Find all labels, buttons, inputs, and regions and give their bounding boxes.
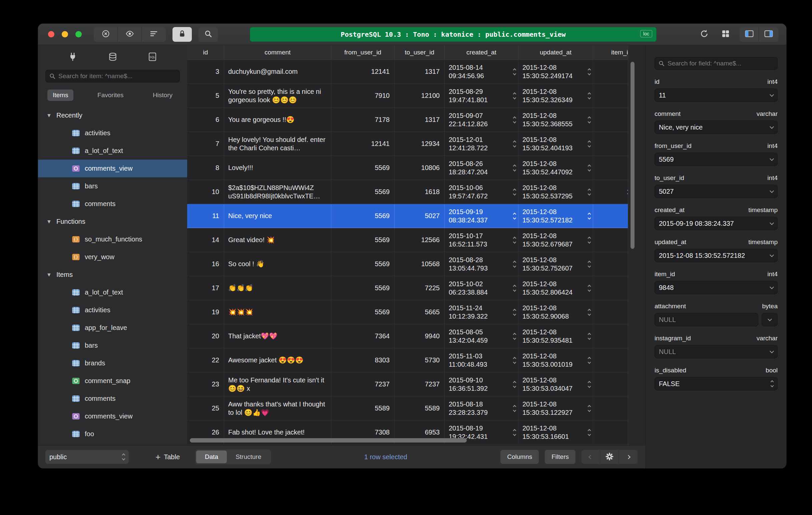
- connections-button[interactable]: [68, 52, 78, 63]
- table-row[interactable]: 7Hey lovely! You should def. enter the C…: [187, 132, 628, 156]
- timestamp-stepper-icon[interactable]: [588, 141, 590, 147]
- cell-comment[interactable]: Aww thanks that's what I thought to lol …: [224, 397, 331, 420]
- sidebar-item-bars[interactable]: bars: [38, 337, 187, 354]
- field-attachment-value[interactable]: NULL: [655, 313, 758, 326]
- cell-updated-at[interactable]: 2015-12-08 15:30:52.90068: [518, 300, 593, 324]
- timestamp-stepper-icon[interactable]: [588, 237, 590, 243]
- table-row[interactable]: 14Great video! 💥5569125662015-10-17 16:5…: [187, 228, 628, 252]
- cell-item-id[interactable]: 1321: [593, 132, 628, 156]
- sidebar-item-comments-view[interactable]: comments_view: [38, 160, 187, 177]
- table-row[interactable]: 8Lovely!!!5569108062015-08-26 18:28:47.2…: [187, 156, 628, 180]
- cell-from-user-id[interactable]: 5569: [331, 300, 395, 324]
- timestamp-stepper-icon[interactable]: [514, 285, 516, 291]
- cell-created-at[interactable]: 2015-11-03 11:00:48.493: [445, 348, 518, 372]
- sidebar-item-so-much-functions[interactable]: {}so_much_functions: [38, 231, 187, 248]
- timestamp-stepper-icon[interactable]: [514, 261, 516, 267]
- cell-comment[interactable]: Nice, very nice: [224, 204, 331, 228]
- cell-id[interactable]: 5: [187, 84, 224, 108]
- column-header-created-at[interactable]: created_at: [445, 45, 518, 59]
- timestamp-stepper-icon[interactable]: [514, 141, 516, 147]
- timestamp-stepper-icon[interactable]: [588, 333, 590, 339]
- row-settings-button[interactable]: [600, 450, 619, 464]
- table-row[interactable]: 17👏👏👏556972252015-10-02 06:23:38.8842015…: [187, 276, 628, 300]
- timestamp-stepper-icon[interactable]: [588, 285, 590, 291]
- sidebar-item-a-lot-of-text[interactable]: a_lot_of_text: [38, 142, 187, 160]
- timestamp-stepper-icon[interactable]: [514, 309, 516, 315]
- sidebar-item-brands[interactable]: brands: [38, 354, 187, 372]
- cell-id[interactable]: 20: [187, 324, 224, 348]
- cell-updated-at[interactable]: 2015-12-08 15:30:52.752607: [518, 252, 593, 276]
- sidebar-item-very-wow[interactable]: {}very_wow: [38, 248, 187, 266]
- cell-id[interactable]: 17: [187, 276, 224, 300]
- next-row-button[interactable]: [619, 450, 638, 464]
- cell-item-id[interactable]: 9848: [593, 204, 628, 228]
- table-row[interactable]: 20That jacket💖💖736499402015-08-05 13:42:…: [187, 324, 628, 348]
- add-table-button[interactable]: + Table: [155, 453, 180, 461]
- cell-comment[interactable]: $2a$10$HZLN88PNuWWi4Z uS91Ib8dR98Ijt0kbl…: [224, 180, 331, 204]
- table-row[interactable]: 3duchuykun@gmail.com1214113172015-08-14 …: [187, 60, 628, 84]
- timestamp-stepper-icon[interactable]: [514, 430, 516, 435]
- cell-id[interactable]: 16: [187, 252, 224, 276]
- sidebar-item-activities[interactable]: activities: [38, 301, 187, 319]
- table-row[interactable]: 16So cool ! 👋5569105682015-08-28 13:05:4…: [187, 252, 628, 276]
- field-instagram-id-value[interactable]: NULL: [655, 345, 778, 358]
- disclosure-triangle-icon[interactable]: ▼: [47, 219, 52, 225]
- cell-comment[interactable]: Hey lovely! You should def. enter the Ch…: [224, 132, 331, 156]
- cell-updated-at[interactable]: 2015-12-08 15:30:52.326349: [518, 84, 593, 108]
- cell-created-at[interactable]: 2015-09-19 08:38:24.337: [445, 204, 518, 228]
- search-button[interactable]: [199, 27, 218, 42]
- schema-select[interactable]: public: [46, 450, 129, 464]
- cell-created-at[interactable]: 2015-12-01 12:41:28.722: [445, 132, 518, 156]
- cell-from-user-id[interactable]: 12141: [331, 60, 395, 83]
- cell-item-id[interactable]: 1227: [593, 228, 628, 252]
- disconnect-button[interactable]: [94, 27, 118, 42]
- cell-comment[interactable]: You are gorgeous !!😍: [224, 108, 331, 132]
- column-header-from-user-id[interactable]: from_user_id: [331, 45, 395, 59]
- timestamp-stepper-icon[interactable]: [588, 381, 590, 387]
- cell-from-user-id[interactable]: 7237: [331, 372, 395, 396]
- table-row[interactable]: 11Nice, very nice556950272015-09-19 08:3…: [187, 204, 628, 228]
- cell-from-user-id[interactable]: 5569: [331, 180, 395, 204]
- cell-to-user-id[interactable]: 5665: [395, 300, 445, 324]
- cell-item-id[interactable]: 926: [593, 372, 628, 396]
- close-window-button[interactable]: [48, 31, 54, 37]
- column-header-item-id[interactable]: item_id: [593, 45, 628, 59]
- timestamp-stepper-icon[interactable]: [588, 309, 590, 315]
- cell-id[interactable]: 23: [187, 372, 224, 396]
- timestamp-stepper-icon[interactable]: [588, 261, 590, 267]
- tree-section-functions[interactable]: ▼Functions: [38, 213, 187, 231]
- timestamp-stepper-icon[interactable]: [588, 430, 590, 435]
- cell-item-id[interactable]: 7034: [593, 60, 628, 83]
- cell-to-user-id[interactable]: 12566: [395, 228, 445, 252]
- timestamp-stepper-icon[interactable]: [514, 189, 516, 195]
- table-row[interactable]: 22Awesome jacket 😍😍😍830357302015-11-03 1…: [187, 348, 628, 372]
- grid-view-button[interactable]: [718, 27, 733, 42]
- horizontal-scrollbar[interactable]: [190, 438, 467, 442]
- cell-from-user-id[interactable]: 7178: [331, 108, 395, 132]
- cell-item-id[interactable]: 1541: [593, 300, 628, 324]
- cell-item-id[interactable]: 789: [593, 84, 628, 108]
- cell-updated-at[interactable]: 2015-12-08 15:30:52.447092: [518, 156, 593, 180]
- cell-comment[interactable]: 👏👏👏: [224, 276, 331, 300]
- cell-id[interactable]: 25: [187, 397, 224, 420]
- sidebar-item-app-for-leave[interactable]: app_for_leave: [38, 319, 187, 337]
- cell-updated-at[interactable]: 2015-12-08 15:30:52.806424: [518, 276, 593, 300]
- timestamp-stepper-icon[interactable]: [588, 213, 590, 219]
- timestamp-stepper-icon[interactable]: [514, 165, 516, 171]
- disclosure-triangle-icon[interactable]: ▼: [47, 113, 52, 118]
- cell-from-user-id[interactable]: 7910: [331, 84, 395, 108]
- cell-from-user-id[interactable]: 5569: [331, 276, 395, 300]
- refresh-button[interactable]: [697, 27, 712, 42]
- cell-comment[interactable]: Awesome jacket 😍😍😍: [224, 348, 331, 372]
- cell-created-at[interactable]: 2015-08-14 09:34:56.96: [445, 60, 518, 83]
- columns-button[interactable]: Columns: [500, 450, 539, 464]
- cell-updated-at[interactable]: 2015-12-08 15:30:53.122927: [518, 397, 593, 420]
- column-header-to-user-id[interactable]: to_user_id: [395, 45, 445, 59]
- cell-id[interactable]: 10: [187, 180, 224, 204]
- table-row[interactable]: 25Aww thanks that's what I thought to lo…: [187, 397, 628, 421]
- table-row[interactable]: 5You're so pretty, this is a nice ni gor…: [187, 84, 628, 108]
- cell-id[interactable]: 14: [187, 228, 224, 252]
- sql-queries-button[interactable]: SQL: [147, 52, 157, 63]
- field-attachment-menu-button[interactable]: [762, 313, 778, 326]
- cell-id[interactable]: 6: [187, 108, 224, 132]
